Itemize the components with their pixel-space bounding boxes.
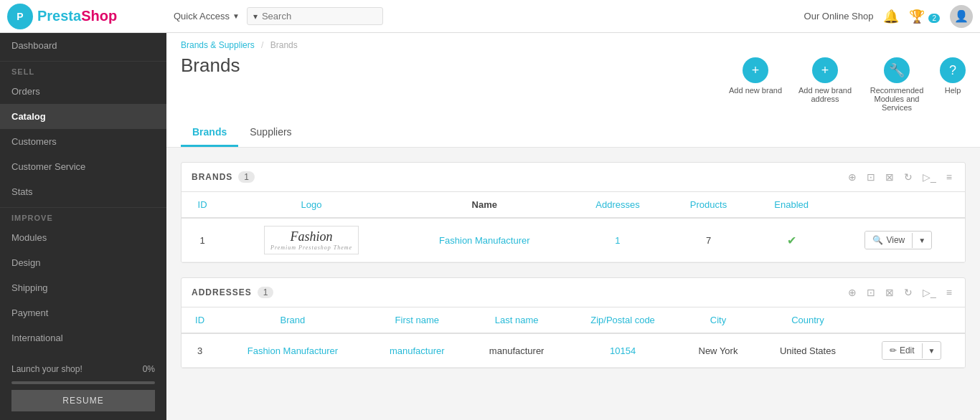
col-actions [832, 192, 965, 218]
brands-table-section: BRANDS 1 ⊕ ⊡ ⊠ ↻ ▷_ ≡ ID [181, 162, 966, 263]
breadcrumb-separator: / [261, 40, 263, 50]
search-area: ▾ [247, 7, 383, 25]
help-button[interactable]: ? Help [940, 57, 966, 95]
view-button-main[interactable]: 🔍 View [865, 232, 912, 249]
sidebar-item-shipping[interactable]: Shipping [0, 275, 166, 300]
view-label: View [886, 235, 905, 245]
search-input[interactable] [262, 11, 377, 22]
trophy-badge: 2 [928, 14, 940, 23]
brands-table-title: BRANDS 1 [192, 171, 255, 183]
search-icon-small: 🔍 [872, 235, 883, 245]
tab-suppliers[interactable]: Suppliers [238, 119, 303, 147]
header: P PrestaShop Quick Access ▼ ▾ Our Online… [0, 0, 980, 33]
table-row: 1 Fashion Premium Prestashop Theme Fashi… [182, 218, 965, 262]
launch-label: Launch your shop! [11, 364, 83, 374]
terminal-icon-2[interactable]: ▷_ [920, 285, 939, 300]
addr-brand[interactable]: Fashion Manufacturer [218, 333, 367, 368]
addr-city: New York [679, 333, 757, 368]
action-buttons: + Add new brand + Add new brand address … [729, 54, 966, 112]
sidebar-item-orders[interactable]: Orders [0, 79, 166, 104]
brand-logo-image: Fashion Premium Prestashop Theme [264, 226, 359, 254]
add-icon-2[interactable]: ⊕ [845, 285, 859, 300]
sidebar-item-catalog[interactable]: Catalog [0, 104, 166, 129]
brand-enabled: ✔ [751, 218, 832, 262]
sidebar-item-design[interactable]: Design [0, 250, 166, 275]
resume-button[interactable]: RESUME [11, 390, 155, 411]
addr-lastname: manufacturer [467, 333, 567, 368]
export-icon-2[interactable]: ⊡ [864, 285, 878, 300]
avatar[interactable]: 👤 [950, 5, 973, 28]
header-right: Our Online Shop 🔔 🏆 2 👤 [804, 5, 973, 28]
terminal-icon[interactable]: ▷_ [920, 170, 939, 184]
import-icon[interactable]: ⊠ [882, 170, 897, 184]
tabs: Brands Suppliers [181, 119, 966, 147]
edit-dropdown-arrow[interactable]: ▼ [922, 343, 941, 358]
launch-percent: 0% [143, 364, 155, 374]
brands-table-header: BRANDS 1 ⊕ ⊡ ⊠ ↻ ▷_ ≡ [182, 163, 965, 192]
recommended-modules-button[interactable]: 🔧 Recommended Modules and Services [868, 57, 925, 112]
addresses-table-actions: ⊕ ⊡ ⊠ ↻ ▷_ ≡ [845, 285, 955, 300]
columns-icon-2[interactable]: ≡ [943, 285, 955, 300]
chevron-down-icon: ▼ [232, 12, 240, 20]
brand-name[interactable]: Fashion Manufacturer [400, 218, 570, 262]
quick-access-menu[interactable]: Quick Access ▼ [174, 11, 240, 22]
addr-col-action [858, 307, 965, 333]
sidebar-item-customer-service[interactable]: Customer Service [0, 154, 166, 179]
sidebar-section-improve: IMPROVE [0, 207, 166, 225]
add-brand-label: Add new brand [729, 86, 782, 95]
import-icon-2[interactable]: ⊠ [882, 285, 897, 300]
brand-addresses[interactable]: 1 [570, 218, 666, 262]
view-dropdown-arrow[interactable]: ▼ [912, 233, 931, 248]
add-brand-button[interactable]: + Add new brand [729, 57, 782, 95]
addr-id: 3 [182, 333, 218, 368]
search-icon[interactable]: ▾ [253, 11, 258, 22]
brands-count-badge: 1 [238, 171, 255, 183]
table-row: 3 Fashion Manufacturer manufacturer manu… [182, 333, 965, 368]
addr-col-lastname: Last name [467, 307, 567, 333]
svg-text:P: P [17, 11, 23, 22]
export-icon[interactable]: ⊡ [864, 170, 878, 184]
edit-button[interactable]: ✏ Edit ▼ [882, 341, 942, 360]
tab-brands[interactable]: Brands [181, 119, 238, 147]
brands-title-text: BRANDS [192, 172, 232, 182]
refresh-icon[interactable]: ↻ [901, 170, 915, 184]
refresh-icon-2[interactable]: ↻ [901, 285, 915, 300]
edit-button-main[interactable]: ✏ Edit [882, 342, 922, 359]
view-button[interactable]: 🔍 View ▼ [864, 231, 932, 249]
addr-col-city: City [679, 307, 757, 333]
add-icon[interactable]: ⊕ [845, 170, 859, 184]
logo-area: P PrestaShop [7, 4, 174, 29]
breadcrumb-parent[interactable]: Brands & Suppliers [181, 40, 255, 50]
sidebar-item-stats[interactable]: Stats [0, 179, 166, 204]
bell-icon[interactable]: 🔔 [883, 9, 899, 24]
sidebar-item-international[interactable]: International [0, 325, 166, 350]
addr-col-id: ID [182, 307, 218, 333]
layout: Dashboard SELL Orders Catalog Customers … [0, 33, 980, 420]
shop-name: Our Online Shop [804, 11, 874, 22]
columns-icon[interactable]: ≡ [943, 170, 955, 184]
addr-zip[interactable]: 10154 [567, 333, 679, 368]
addresses-table: ID Brand First name Last name Zip/Postal… [182, 307, 965, 368]
addr-col-country: Country [757, 307, 858, 333]
trophy-icon[interactable]: 🏆 2 [909, 9, 940, 24]
page-title-row: Brands + Add new brand + Add new brand a… [181, 54, 966, 112]
addresses-table-section: ADDRESSES 1 ⊕ ⊡ ⊠ ↻ ▷_ ≡ ID [181, 277, 966, 368]
main-content: Brands & Suppliers / Brands Brands + Add… [166, 33, 980, 420]
addresses-title-text: ADDRESSES [192, 287, 252, 297]
addr-action: ✏ Edit ▼ [858, 333, 965, 368]
col-enabled: Enabled [751, 192, 832, 218]
launch-bar: Launch your shop! 0% [0, 357, 166, 381]
logo-text: PrestaShop [37, 8, 117, 24]
sidebar-item-payment[interactable]: Payment [0, 300, 166, 325]
sidebar: Dashboard SELL Orders Catalog Customers … [0, 33, 166, 420]
page-title: Brands [181, 54, 240, 77]
addr-firstname[interactable]: manufacturer [367, 333, 467, 368]
add-brand-address-button[interactable]: + Add new brand address [796, 57, 854, 103]
col-logo: Logo [223, 192, 400, 218]
sidebar-item-modules[interactable]: Modules [0, 225, 166, 250]
sidebar-item-customers[interactable]: Customers [0, 129, 166, 154]
recommended-label: Recommended Modules and Services [868, 86, 925, 112]
logo-icon: P [7, 4, 33, 29]
brand-logo: Fashion Premium Prestashop Theme [223, 218, 400, 262]
sidebar-item-dashboard[interactable]: Dashboard [0, 33, 166, 58]
